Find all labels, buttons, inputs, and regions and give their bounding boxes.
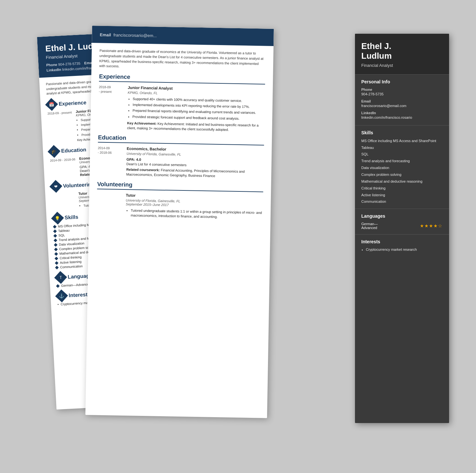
mid-job-0-bullets: Supported 40+ clients with 100% accuracy… [127,96,265,121]
right-phone: 904-278-5735 [361,92,443,96]
back-linkedin-label: LinkedIn [46,67,61,72]
mid-vol-0-date [96,192,121,219]
skill-diamond-icon [53,229,56,233]
back-phone-label: Phone [46,63,57,67]
resume-mid: Email franciscorosario@em... Passionate … [85,26,274,418]
lang-icon: Ｔ [54,271,67,284]
right-linkedin-row: LinkedIn linkedin.com/in/francisco.rosar… [361,111,443,119]
mid-job-0: 2018-09 - present Junior Financial Analy… [98,85,265,133]
mid-exp-title: Experience [99,73,265,85]
skill-diamond-icon [56,284,59,288]
education-icon: 🎓 [47,145,60,158]
right-email: franciscorosario@email.com [361,104,443,108]
mid-edu-0-coursework: Related coursework: Financial Accounting… [126,167,263,179]
mid-job-0-date: 2018-09 - present [98,85,123,130]
right-lang-0-name: German—Advanced [361,222,378,230]
skill-diamond-icon [55,261,58,265]
right-personal-section: Personal Info Phone 904-278-5735 Email f… [355,74,449,125]
back-job-0-date: 2018-09 - present [47,110,73,143]
volunteering-icon: ❤ [49,180,62,193]
mid-edu-0: 2014-09 - 2018-06 Economics, Bachelor Un… [97,146,264,179]
mid-vol-0-org: University of Florida, Gainesville, FL S… [126,198,263,208]
right-personal-title: Personal Info [361,79,443,84]
mid-edu-title: Education [98,134,264,146]
mid-edu-0-date: 2014-09 - 2018-06 [97,146,122,177]
right-interests-list: Cryptocurrency market research [361,248,443,251]
skill-item: Tableau [361,145,443,150]
right-phone-row: Phone 904-278-5735 [361,88,443,96]
right-linkedin: linkedin.com/in/francisco.rosario [361,115,443,119]
experience-icon: 📅 [45,98,58,111]
skill-item: Complex problem solving [361,172,443,177]
mid-summary: Passionate and data-driven graduate of e… [99,48,265,72]
mid-vol-0-bullets: Tutored undergraduate students 1:1 or wi… [125,208,262,220]
skill-item: Active listening [361,193,443,198]
skill-item: SQL [361,152,443,157]
right-name: Ethel J. Ludlum [361,42,443,61]
skill-item: Trend analysis and forecasting [361,159,443,164]
resume-scene: Ethel J. Ludlum Financial Analyst Phone … [27,18,449,455]
right-lang-0-stars: ★★★★☆ [420,223,443,228]
mid-header: Email franciscorosario@em... [92,26,274,46]
skill-diamond-icon [55,257,58,260]
skill-diamond-icon [54,238,57,242]
skill-diamond-icon [54,243,57,247]
list-item: Provided strategic forecast support and … [132,114,264,121]
skill-diamond-icon [54,248,57,251]
resume-right: Ethel J. Ludlum Financial Analyst Person… [355,34,449,423]
skill-diamond-icon [54,252,58,256]
mid-job-0-achievement: Key Achievement: Key Achievement: Initia… [127,121,264,133]
skills-icon: 💡 [51,212,64,225]
right-skills-title: Skills [361,130,443,135]
list-item: Tutored undergraduate students 1:1 or wi… [130,208,262,220]
right-email-label: Email [361,99,443,103]
right-skills-section: Skills MS Office including MS Access and… [355,125,449,209]
mid-vol-0: Tutor University of Florida, Gainesville… [96,192,263,221]
right-email-row: Email franciscorosario@email.com [361,99,443,108]
right-lang-title: Languages [361,213,443,219]
skill-item: Data visualization [361,165,443,170]
skill-item: Critical thinking [361,186,443,191]
back-skills-title: Skills [64,214,78,221]
mid-vol-title: Volunteering [97,181,263,192]
mid-email-label: Email franciscorosario@em... [100,32,157,38]
right-skills-list: MS Office including MS Access and ShareP… [361,139,443,204]
skill-diamond-icon [53,234,57,237]
skill-diamond-icon [55,266,58,269]
right-interests-title: Interests [361,239,443,244]
skill-item: Communication [361,199,443,204]
right-title: Financial Analyst [361,63,443,68]
back-phone: 904-278-5735 [58,61,80,67]
interests-icon: ⚓ [55,290,68,303]
back-exp-title: Experience [58,100,86,107]
back-interests-title: Interests [68,292,91,298]
skill-item: MS Office including MS Access and ShareP… [361,139,443,143]
right-linkedin-label: LinkedIn [361,111,443,115]
skill-item: Mathematical and deductive reasoning [361,179,443,184]
right-lang-0: German—Advanced ★★★★☆ [361,222,443,230]
back-edu-title: Education [61,147,86,154]
back-edu-0-date: 2014-09 - 2018-06 [50,157,76,178]
right-interests-section: Interests Cryptocurrency market research [355,234,449,254]
list-item: Cryptocurrency market research [366,248,443,251]
skill-diamond-icon [53,225,56,228]
right-lang-section: Languages German—Advanced ★★★★☆ [355,209,449,234]
right-header: Ethel J. Ludlum Financial Analyst [355,34,449,74]
back-vol-0-date [52,192,75,210]
right-phone-label: Phone [361,88,443,91]
